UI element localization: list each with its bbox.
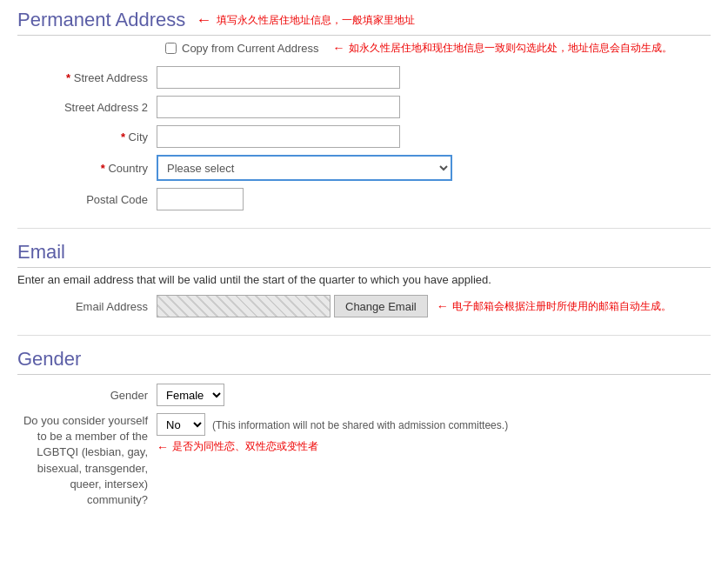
permanent-address-header: Permanent Address ← 填写永久性居住地址信息，一般填家里地址 [17, 9, 711, 36]
lgbtqi-content: No Yes (This information will not be sha… [157, 413, 508, 454]
street-address2-row: Street Address 2 [17, 96, 711, 118]
street-address-label: * Street Address [17, 71, 157, 84]
gender-section: Gender Gender Female Male Other Do you c… [17, 348, 711, 508]
email-annotation-wrapper: ← 电子邮箱会根据注册时所使用的邮箱自动生成。 [437, 299, 671, 314]
email-description: Enter an email address that will be vali… [17, 273, 711, 286]
email-address-row: Email Address Change Email ← 电子邮箱会根据注册时所… [17, 295, 711, 317]
copy-address-annotation: 如永久性居住地和现住地信息一致则勾选此处，地址信息会自动生成。 [349, 41, 672, 56]
country-select[interactable]: Please select United States China United… [157, 155, 452, 181]
divider-2 [17, 335, 711, 336]
email-annotation: 电子邮箱会根据注册时所使用的邮箱自动生成。 [452, 299, 671, 314]
city-row: * City [17, 125, 711, 148]
email-address-label: Email Address [17, 300, 157, 313]
permanent-address-section: Permanent Address ← 填写永久性居住地址信息，一般填家里地址 … [17, 9, 711, 210]
copy-address-row: Copy from Current Address ← 如永久性居住地和现住地信… [165, 41, 711, 56]
email-section: Email Enter an email address that will b… [17, 241, 711, 317]
lgbtqi-label: Do you consider yourself to be a member … [17, 413, 157, 508]
city-input[interactable] [157, 125, 400, 148]
country-row: * Country Please select United States Ch… [17, 155, 711, 181]
street-address-row: * Street Address [17, 66, 711, 89]
email-header: Email [17, 241, 711, 268]
gender-select[interactable]: Female Male Other [157, 384, 224, 406]
lgbtqi-row: Do you consider yourself to be a member … [17, 413, 711, 508]
gender-header: Gender [17, 348, 711, 375]
street-address2-label: Street Address 2 [17, 101, 157, 114]
permanent-address-annotation-wrapper: ← 填写永久性居住地址信息，一般填家里地址 [196, 11, 415, 30]
copy-address-label[interactable]: Copy from Current Address [182, 42, 319, 55]
email-display-field [157, 295, 331, 317]
divider-1 [17, 228, 711, 229]
permanent-address-annotation: 填写永久性居住地址信息，一般填家里地址 [217, 13, 415, 28]
email-input-wrapper: Change Email ← 电子邮箱会根据注册时所使用的邮箱自动生成。 [157, 295, 671, 317]
city-label: * City [17, 130, 157, 144]
postal-code-row: Postal Code [17, 188, 711, 210]
permanent-address-title: Permanent Address [17, 9, 185, 31]
country-label: * Country [17, 162, 157, 175]
postal-code-label: Postal Code [17, 193, 157, 206]
postal-code-input[interactable] [157, 188, 244, 210]
lgbtqi-note: (This information will not be shared wit… [212, 419, 508, 431]
lgbtqi-select[interactable]: No Yes [157, 413, 205, 436]
email-arrow-icon: ← [437, 299, 449, 313]
street-address2-input[interactable] [157, 96, 400, 118]
street-required-star: * [66, 71, 74, 84]
street-address-input[interactable] [157, 66, 400, 89]
copy-address-checkbox[interactable] [165, 43, 177, 54]
gender-field-label: Gender [17, 389, 157, 402]
lgbtqi-arrow-icon: ← [157, 440, 169, 454]
copy-address-annotation-wrapper: ← 如永久性居住地和现住地信息一致则勾选此处，地址信息会自动生成。 [333, 41, 672, 56]
city-required-star: * [121, 130, 129, 144]
lgbtqi-annotation-wrapper: ← 是否为同性恋、双性恋或变性者 [157, 439, 508, 454]
permanent-address-arrow-icon: ← [196, 11, 211, 30]
copy-address-arrow-icon: ← [333, 41, 345, 55]
gender-title: Gender [17, 348, 81, 371]
email-title: Email [17, 241, 65, 264]
lgbtqi-annotation: 是否为同性恋、双性恋或变性者 [172, 439, 318, 454]
change-email-button[interactable]: Change Email [334, 295, 428, 317]
gender-row: Gender Female Male Other [17, 384, 711, 406]
